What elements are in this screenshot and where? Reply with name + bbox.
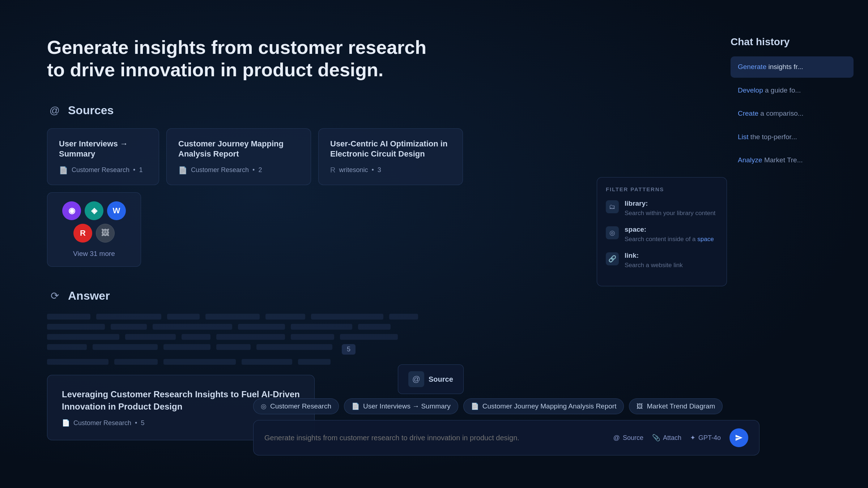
tag-label-1: User Interviews → Summary (363, 402, 451, 410)
icon-bubble-5: 🖼 (96, 224, 115, 243)
view-more-label[interactable]: View 31 more (73, 250, 115, 258)
input-actions: @ Source 📎 Attach ✦ GPT-4o (613, 428, 748, 447)
history-item-2[interactable]: Create a compariso... (731, 103, 854, 124)
filter-patterns-popup: FILTER PATTERNS 🗂 library: Search within… (597, 177, 727, 286)
answer-block (242, 359, 292, 365)
line-number-badge: 5 (342, 344, 356, 355)
tag-customer-research[interactable]: ◎ Customer Research (253, 398, 339, 414)
answer-block (216, 344, 251, 350)
source-card-3[interactable]: User-Centric AI Optimization in Electron… (318, 128, 463, 185)
answer-block (96, 314, 161, 320)
tag-market-trend[interactable]: 🖼 Market Trend Diagram (629, 398, 723, 414)
source-card-1-meta-label: Customer Research (72, 166, 129, 174)
source-card-extra[interactable]: ◉ ◈ W R 🖼 View 31 more (47, 192, 141, 267)
dot-separator-3: • (371, 166, 374, 174)
chat-input[interactable] (264, 434, 606, 442)
filter-library-desc: Search within your library content (625, 209, 715, 218)
answer-block (47, 314, 90, 320)
answer-block (291, 334, 334, 340)
source-card-3-meta: R writesonic • 3 (330, 166, 451, 174)
source-at-icon: @ (613, 434, 620, 442)
answer-popup-meta-label: Customer Research (73, 419, 131, 427)
answer-block (311, 314, 383, 320)
source-button[interactable]: @ Source (613, 434, 643, 442)
attach-button[interactable]: 📎 Attach (652, 434, 681, 442)
icon-bubble-1: ◉ (62, 201, 81, 220)
source-card-1[interactable]: User Interviews → Summary 📄 Customer Res… (47, 128, 159, 185)
answer-block (93, 344, 158, 350)
popup-doc-icon: 📄 (62, 419, 70, 427)
attach-button-label: Attach (663, 434, 681, 442)
tag-label-3: Market Trend Diagram (647, 402, 715, 410)
answer-block (111, 324, 147, 330)
link-icon: 🔗 (606, 252, 619, 265)
sources-section: @ Sources User Interviews → Summary 📄 Cu… (47, 103, 561, 267)
answer-row-5 (47, 359, 561, 365)
source-card-3-title: User-Centric AI Optimization in Electron… (330, 139, 451, 159)
tag-icon-0: ◎ (261, 402, 267, 410)
tag-customer-journey[interactable]: 📄 Customer Journey Mapping Analysis Repo… (463, 398, 624, 414)
answer-row-4: 5 (47, 344, 561, 355)
sources-label: Sources (68, 104, 114, 117)
doc-icon-3: R (330, 166, 335, 174)
source-card-3-meta-label: writesonic (339, 166, 368, 174)
filter-library-name: library: (625, 200, 715, 207)
doc-icon-1: 📄 (59, 166, 68, 175)
icon-bubble-3: W (107, 201, 126, 220)
page-title: Generate insights from customer research… (47, 36, 445, 81)
dot-separator-1: • (133, 166, 135, 174)
filter-item-library[interactable]: 🗂 library: Search within your library co… (606, 200, 718, 218)
history-item-3[interactable]: List the top-perfor... (731, 127, 854, 148)
answer-block (298, 359, 331, 365)
source-card-3-meta-count: 3 (378, 166, 381, 174)
tag-label-0: Customer Research (270, 402, 331, 410)
icon-bubble-4: R (73, 224, 92, 243)
answer-block (167, 314, 200, 320)
answer-block (125, 334, 176, 340)
source-popup-icon: @ (408, 371, 424, 387)
filter-patterns-title: FILTER PATTERNS (606, 186, 718, 192)
sources-icon: @ (47, 103, 62, 118)
answer-row-2 (47, 324, 561, 330)
filter-item-space[interactable]: ◎ space: Search content inside of a spac… (606, 226, 718, 244)
source-card-1-title: User Interviews → Summary (59, 139, 147, 159)
filter-space-name: space: (625, 226, 714, 234)
answer-block (205, 314, 260, 320)
source-popup[interactable]: @ Source (398, 364, 464, 394)
gpt-button[interactable]: ✦ GPT-4o (690, 434, 721, 442)
history-item-0[interactable]: Generate insights fr... (731, 56, 854, 78)
answer-header: ⟳ Answer (47, 288, 561, 304)
answer-block (114, 359, 158, 365)
answer-block (163, 359, 236, 365)
answer-row-3 (47, 334, 561, 340)
history-item-1[interactable]: Develop a guide fo... (731, 80, 854, 101)
answer-block (47, 324, 105, 330)
tag-user-interviews[interactable]: 📄 User Interviews → Summary (344, 398, 458, 414)
source-card-2[interactable]: Customer Journey Mapping Analysis Report… (166, 128, 311, 185)
answer-block (256, 344, 332, 350)
filter-item-space-content: space: Search content inside of a space (625, 226, 714, 244)
input-bar: @ Source 📎 Attach ✦ GPT-4o (253, 420, 760, 455)
filter-space-desc: Search content inside of a space (625, 235, 714, 244)
answer-block (47, 344, 87, 350)
answer-icon: ⟳ (47, 288, 62, 304)
send-button[interactable] (729, 428, 748, 447)
filter-link-name: link: (625, 252, 683, 260)
answer-block (47, 334, 119, 340)
source-popup-label: Source (429, 375, 453, 384)
source-card-2-title: Customer Journey Mapping Analysis Report (178, 139, 299, 159)
source-card-2-meta: 📄 Customer Research • 2 (178, 166, 299, 175)
extra-icons-row: ◉ ◈ W R 🖼 (56, 201, 132, 243)
source-button-label: Source (623, 434, 643, 442)
sources-grid: User Interviews → Summary 📄 Customer Res… (47, 128, 561, 267)
history-item-4[interactable]: Analyze Market Tre... (731, 150, 854, 171)
answer-block (358, 324, 391, 330)
source-card-1-meta-count: 1 (139, 166, 142, 174)
filter-item-link[interactable]: 🔗 link: Search a website link (606, 252, 718, 270)
source-card-1-meta: 📄 Customer Research • 1 (59, 166, 147, 175)
answer-block (216, 334, 285, 340)
attach-icon: 📎 (652, 434, 660, 442)
tag-icon-3: 🖼 (637, 403, 643, 410)
input-section: ◎ Customer Research 📄 User Interviews → … (253, 398, 760, 455)
answer-block (47, 359, 109, 365)
